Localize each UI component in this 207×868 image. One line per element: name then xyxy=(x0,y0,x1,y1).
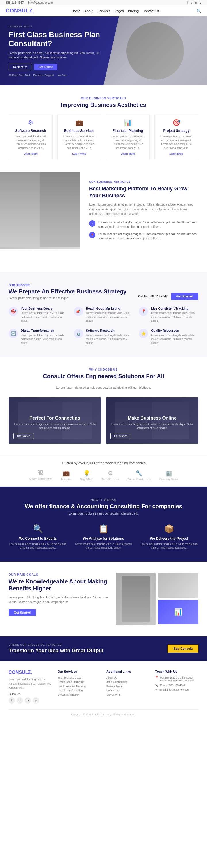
search-icon[interactable]: 🔍 xyxy=(196,9,201,13)
nav-logo: CONSULZ. xyxy=(6,8,34,14)
why-card-1-button[interactable]: Get Started xyxy=(13,433,34,439)
contact-button[interactable]: Contact Us xyxy=(9,64,31,70)
marketing-image xyxy=(0,172,80,249)
footer-follow-label: Follow Us xyxy=(9,693,52,695)
strategy-item-icon-5: ⭐ xyxy=(139,329,148,338)
why-tag: Why Choose Us xyxy=(9,368,198,371)
strategy-item-desc-5: Lorem ipsum dolor fringilla vulls. Nulla… xyxy=(151,334,198,345)
nav-contact[interactable]: Contact Us xyxy=(143,9,159,13)
footer-link-3[interactable]: Digital Transformation xyxy=(58,689,101,692)
verticals-tag: Our Business Verticals xyxy=(9,97,198,100)
nav-services[interactable]: Services xyxy=(98,9,110,13)
trusted-logo-4: 🔧 Darren Construction xyxy=(127,470,151,480)
business-services-desc: Lorem ipsum dolor sit amet, consectetur … xyxy=(62,134,96,150)
footer-col-4: Touch With Us 📍 PO Box 19122 Collins Str… xyxy=(155,670,198,704)
nav-home[interactable]: Home xyxy=(72,9,80,13)
footer-link-1[interactable]: Reach Good Marketing xyxy=(58,681,101,683)
strategy-item-3: 🔄 Digital Transformation Lorem ipsum dol… xyxy=(9,329,68,345)
strategy-item-title-3: Digital Transformation xyxy=(21,329,68,332)
cta-banner-title: Transform Your Idea with Great Output xyxy=(9,647,104,654)
footer-additional-link-0[interactable]: About Us xyxy=(106,676,149,679)
footer-social: f t in y xyxy=(9,697,52,704)
goals-desc: Lorem ipsum dolor fringilla vulls tristi… xyxy=(9,595,109,604)
get-started-button[interactable]: Get Started xyxy=(34,64,57,70)
goals-image-3: 📊 xyxy=(158,600,198,624)
nav-about[interactable]: About xyxy=(84,9,94,13)
why-card-2-title: Make Business Online xyxy=(110,415,194,421)
how-step-title-2: We Delivery the Project xyxy=(140,536,198,540)
financial-planning-link[interactable]: Learn More xyxy=(111,152,145,155)
strategy-section: Our Services We Prepare An Effective Bus… xyxy=(0,272,207,356)
footer-link-0[interactable]: Your Business Goals xyxy=(58,676,101,679)
how-step-icon-2: 📦 xyxy=(140,524,198,534)
goals-get-started-button[interactable]: Get Started xyxy=(9,609,36,616)
trusted-logo-name-0: Steven Construction xyxy=(29,477,52,480)
footer-additional-link-2[interactable]: Privacy Police xyxy=(106,685,149,688)
trusted-logo-icon-3: ⚙ xyxy=(108,470,113,476)
strategy-item-desc-0: Lorem ipsum dolor fringilla vulls. Nulla… xyxy=(21,311,68,323)
footer-social-yt[interactable]: y xyxy=(33,697,39,704)
social-icon-tw[interactable]: t xyxy=(191,1,192,4)
footer-social-tw[interactable]: t xyxy=(17,697,23,704)
footer-social-fb[interactable]: f xyxy=(9,697,15,704)
nav-pricing[interactable]: Pricing xyxy=(128,9,139,13)
buy-consulz-button[interactable]: Buy Consulz xyxy=(168,645,198,653)
marketing-section: Our Business Verticals Best Marketing Pl… xyxy=(0,172,207,272)
phone-icon: 📞 xyxy=(155,684,159,687)
how-title: We offer finance & Accounting Consulting… xyxy=(9,503,198,510)
topbar: 888-123-4567 info@example.com f t in y xyxy=(0,0,207,5)
strategy-get-started-button[interactable]: Get Started xyxy=(171,293,198,300)
footer: CONSULZ. Lorem ipsum dolor fringilla vul… xyxy=(0,661,207,720)
hero-section: Looking For A First Class Business Plan … xyxy=(0,17,207,85)
software-research-link[interactable]: Learn More xyxy=(13,152,48,155)
why-card-1-content: Perfect For Connecting Lorem ipsum dolor… xyxy=(9,397,101,443)
how-step-desc-1: Lorem ipsum dolor fringilla vulls. Nulla… xyxy=(74,542,133,550)
financial-planning-desc: Lorem ipsum dolor sit amet, consectetur … xyxy=(111,134,145,150)
financial-planning-icon: 📊 xyxy=(111,119,145,126)
strategy-item-5: ⭐ Quality Resources Lorem ipsum dolor fr… xyxy=(139,329,198,345)
strategy-title-block: Our Services We Prepare An Effective Bus… xyxy=(9,284,127,300)
trusted-logo-name-3: Tech-Solutions xyxy=(102,478,119,480)
business-verticals-section: Our Business Verticals Improving Busines… xyxy=(0,85,207,172)
trusted-logo-icon-4: 🔧 xyxy=(135,470,143,476)
marketing-desc: Lorem ipsum dolor sit amet ex non tristi… xyxy=(89,203,198,216)
how-step-2: 📦 We Delivery the Project Lorem ipsum do… xyxy=(140,524,198,550)
email-icon: ✉ xyxy=(155,688,158,691)
topbar-email[interactable]: info@example.com xyxy=(28,1,53,4)
social-icon-fb[interactable]: f xyxy=(187,1,188,4)
footer-link-4[interactable]: Software Research xyxy=(58,693,101,696)
trusted-logos: 🏗 Steven Construction 💼 Business 💡 Brigh… xyxy=(9,470,198,480)
strategy-item-desc-2: Lorem ipsum dolor fringilla vulls. Nulla… xyxy=(151,311,198,323)
why-card-2-desc: Lorem ipsum dolor fringilla vulls tristi… xyxy=(110,423,194,430)
trusted-logo-icon-1: 💼 xyxy=(63,470,70,476)
footer-col-4-title: Touch With Us xyxy=(155,670,198,673)
hero-bg-shape xyxy=(104,17,207,85)
nav-pages[interactable]: Pages xyxy=(114,9,124,13)
project-strategy-link[interactable]: Learn More xyxy=(159,152,194,155)
project-strategy-title: Project Strategy xyxy=(159,129,194,133)
why-cards: Perfect For Connecting Lorem ipsum dolor… xyxy=(9,397,198,443)
topbar-phone[interactable]: 888-123-4567 xyxy=(6,1,24,4)
footer-social-in[interactable]: in xyxy=(25,697,31,704)
how-step-title-0: We Connect to Experts xyxy=(9,536,67,540)
verticals-grid: ⚙ Software Research Lorem ipsum dolor si… xyxy=(9,114,198,160)
footer-link-2[interactable]: Live Consistent Tracking xyxy=(58,685,101,688)
strategy-header: Our Services We Prepare An Effective Bus… xyxy=(9,284,198,300)
why-card-2-button[interactable]: Get Started xyxy=(110,433,131,439)
hero-meta-trial: 30 Days Free Trial xyxy=(9,74,30,76)
strategy-item-icon-0: 🎯 xyxy=(9,307,18,316)
social-icon-in[interactable]: in xyxy=(195,1,197,4)
how-tag: How It Works xyxy=(9,498,198,501)
social-icon-yt[interactable]: y xyxy=(200,1,201,4)
business-services-icon: 💼 xyxy=(62,119,96,126)
software-research-title: Software Research xyxy=(13,129,48,133)
goals-title: We're Knowledgeable About Making Benefit… xyxy=(9,578,109,592)
footer-additional-link-3[interactable]: Contact Us xyxy=(106,689,149,692)
footer-additional-link-1[interactable]: Jobs & Conditions xyxy=(106,681,149,683)
main-nav: CONSULZ. Home About Services Pages Prici… xyxy=(0,5,207,17)
goals-image-1 xyxy=(115,573,156,625)
strategy-item-icon-2: 📍 xyxy=(139,307,148,316)
business-services-link[interactable]: Learn More xyxy=(62,152,96,155)
footer-additional-link-4[interactable]: Our Service xyxy=(106,693,149,696)
footer-col-2-title: Our Services xyxy=(58,670,101,673)
